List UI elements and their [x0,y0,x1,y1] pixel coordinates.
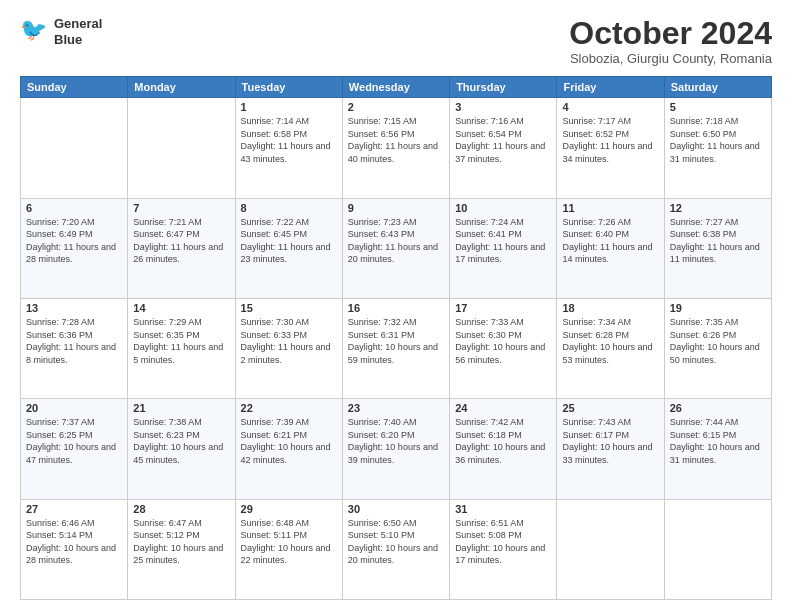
day-detail: Sunrise: 7:18 AM Sunset: 6:50 PM Dayligh… [670,115,766,165]
day-number: 21 [133,402,229,414]
calendar-cell: 16Sunrise: 7:32 AM Sunset: 6:31 PM Dayli… [342,298,449,398]
day-detail: Sunrise: 7:37 AM Sunset: 6:25 PM Dayligh… [26,416,122,466]
day-detail: Sunrise: 7:21 AM Sunset: 6:47 PM Dayligh… [133,216,229,266]
calendar-cell: 11Sunrise: 7:26 AM Sunset: 6:40 PM Dayli… [557,198,664,298]
header: 🐦 General Blue October 2024 Slobozia, Gi… [20,16,772,66]
day-number: 19 [670,302,766,314]
day-detail: Sunrise: 7:29 AM Sunset: 6:35 PM Dayligh… [133,316,229,366]
day-number: 6 [26,202,122,214]
day-number: 4 [562,101,658,113]
calendar-cell: 24Sunrise: 7:42 AM Sunset: 6:18 PM Dayli… [450,399,557,499]
calendar-cell: 3Sunrise: 7:16 AM Sunset: 6:54 PM Daylig… [450,98,557,198]
day-number: 17 [455,302,551,314]
calendar-cell: 17Sunrise: 7:33 AM Sunset: 6:30 PM Dayli… [450,298,557,398]
calendar-header-row: SundayMondayTuesdayWednesdayThursdayFrid… [21,77,772,98]
logo-icon: 🐦 [20,17,50,47]
day-number: 22 [241,402,337,414]
day-number: 9 [348,202,444,214]
calendar-cell: 31Sunrise: 6:51 AM Sunset: 5:08 PM Dayli… [450,499,557,599]
day-detail: Sunrise: 7:22 AM Sunset: 6:45 PM Dayligh… [241,216,337,266]
calendar-cell: 19Sunrise: 7:35 AM Sunset: 6:26 PM Dayli… [664,298,771,398]
day-of-week-header: Friday [557,77,664,98]
day-detail: Sunrise: 7:16 AM Sunset: 6:54 PM Dayligh… [455,115,551,165]
day-detail: Sunrise: 6:46 AM Sunset: 5:14 PM Dayligh… [26,517,122,567]
page: 🐦 General Blue October 2024 Slobozia, Gi… [0,0,792,612]
calendar-cell [557,499,664,599]
day-detail: Sunrise: 7:23 AM Sunset: 6:43 PM Dayligh… [348,216,444,266]
calendar-week-row: 20Sunrise: 7:37 AM Sunset: 6:25 PM Dayli… [21,399,772,499]
day-number: 13 [26,302,122,314]
day-number: 31 [455,503,551,515]
calendar-cell: 21Sunrise: 7:38 AM Sunset: 6:23 PM Dayli… [128,399,235,499]
day-number: 18 [562,302,658,314]
calendar-cell [128,98,235,198]
calendar-cell [21,98,128,198]
day-detail: Sunrise: 7:24 AM Sunset: 6:41 PM Dayligh… [455,216,551,266]
day-detail: Sunrise: 7:30 AM Sunset: 6:33 PM Dayligh… [241,316,337,366]
calendar-week-row: 13Sunrise: 7:28 AM Sunset: 6:36 PM Dayli… [21,298,772,398]
day-detail: Sunrise: 7:26 AM Sunset: 6:40 PM Dayligh… [562,216,658,266]
logo: 🐦 General Blue [20,16,102,47]
calendar-cell: 30Sunrise: 6:50 AM Sunset: 5:10 PM Dayli… [342,499,449,599]
calendar-cell: 27Sunrise: 6:46 AM Sunset: 5:14 PM Dayli… [21,499,128,599]
location-subtitle: Slobozia, Giurgiu County, Romania [569,51,772,66]
calendar-week-row: 1Sunrise: 7:14 AM Sunset: 6:58 PM Daylig… [21,98,772,198]
day-number: 16 [348,302,444,314]
day-number: 24 [455,402,551,414]
calendar-cell: 25Sunrise: 7:43 AM Sunset: 6:17 PM Dayli… [557,399,664,499]
calendar-cell: 12Sunrise: 7:27 AM Sunset: 6:38 PM Dayli… [664,198,771,298]
day-number: 25 [562,402,658,414]
day-number: 12 [670,202,766,214]
day-detail: Sunrise: 7:43 AM Sunset: 6:17 PM Dayligh… [562,416,658,466]
calendar-cell: 14Sunrise: 7:29 AM Sunset: 6:35 PM Dayli… [128,298,235,398]
calendar-cell [664,499,771,599]
day-detail: Sunrise: 7:32 AM Sunset: 6:31 PM Dayligh… [348,316,444,366]
day-number: 30 [348,503,444,515]
day-of-week-header: Wednesday [342,77,449,98]
calendar-cell: 23Sunrise: 7:40 AM Sunset: 6:20 PM Dayli… [342,399,449,499]
day-detail: Sunrise: 7:14 AM Sunset: 6:58 PM Dayligh… [241,115,337,165]
calendar-cell: 4Sunrise: 7:17 AM Sunset: 6:52 PM Daylig… [557,98,664,198]
day-detail: Sunrise: 6:51 AM Sunset: 5:08 PM Dayligh… [455,517,551,567]
calendar-cell: 1Sunrise: 7:14 AM Sunset: 6:58 PM Daylig… [235,98,342,198]
day-number: 8 [241,202,337,214]
day-detail: Sunrise: 7:15 AM Sunset: 6:56 PM Dayligh… [348,115,444,165]
day-number: 14 [133,302,229,314]
day-number: 23 [348,402,444,414]
calendar-cell: 13Sunrise: 7:28 AM Sunset: 6:36 PM Dayli… [21,298,128,398]
day-number: 27 [26,503,122,515]
day-number: 28 [133,503,229,515]
day-detail: Sunrise: 7:34 AM Sunset: 6:28 PM Dayligh… [562,316,658,366]
calendar-cell: 20Sunrise: 7:37 AM Sunset: 6:25 PM Dayli… [21,399,128,499]
day-number: 7 [133,202,229,214]
day-number: 1 [241,101,337,113]
logo-text: General Blue [54,16,102,47]
day-detail: Sunrise: 7:27 AM Sunset: 6:38 PM Dayligh… [670,216,766,266]
calendar-cell: 6Sunrise: 7:20 AM Sunset: 6:49 PM Daylig… [21,198,128,298]
day-detail: Sunrise: 7:35 AM Sunset: 6:26 PM Dayligh… [670,316,766,366]
day-number: 2 [348,101,444,113]
month-title: October 2024 [569,16,772,51]
calendar-cell: 26Sunrise: 7:44 AM Sunset: 6:15 PM Dayli… [664,399,771,499]
day-detail: Sunrise: 7:39 AM Sunset: 6:21 PM Dayligh… [241,416,337,466]
calendar-cell: 18Sunrise: 7:34 AM Sunset: 6:28 PM Dayli… [557,298,664,398]
calendar-cell: 8Sunrise: 7:22 AM Sunset: 6:45 PM Daylig… [235,198,342,298]
calendar-week-row: 27Sunrise: 6:46 AM Sunset: 5:14 PM Dayli… [21,499,772,599]
svg-text:🐦: 🐦 [20,17,48,43]
day-of-week-header: Tuesday [235,77,342,98]
calendar-cell: 2Sunrise: 7:15 AM Sunset: 6:56 PM Daylig… [342,98,449,198]
day-detail: Sunrise: 6:48 AM Sunset: 5:11 PM Dayligh… [241,517,337,567]
calendar-cell: 10Sunrise: 7:24 AM Sunset: 6:41 PM Dayli… [450,198,557,298]
day-detail: Sunrise: 7:20 AM Sunset: 6:49 PM Dayligh… [26,216,122,266]
day-detail: Sunrise: 7:33 AM Sunset: 6:30 PM Dayligh… [455,316,551,366]
day-number: 29 [241,503,337,515]
calendar-cell: 5Sunrise: 7:18 AM Sunset: 6:50 PM Daylig… [664,98,771,198]
day-number: 5 [670,101,766,113]
calendar-cell: 28Sunrise: 6:47 AM Sunset: 5:12 PM Dayli… [128,499,235,599]
day-number: 20 [26,402,122,414]
calendar-cell: 22Sunrise: 7:39 AM Sunset: 6:21 PM Dayli… [235,399,342,499]
day-detail: Sunrise: 7:44 AM Sunset: 6:15 PM Dayligh… [670,416,766,466]
calendar-cell: 7Sunrise: 7:21 AM Sunset: 6:47 PM Daylig… [128,198,235,298]
title-block: October 2024 Slobozia, Giurgiu County, R… [569,16,772,66]
day-of-week-header: Thursday [450,77,557,98]
